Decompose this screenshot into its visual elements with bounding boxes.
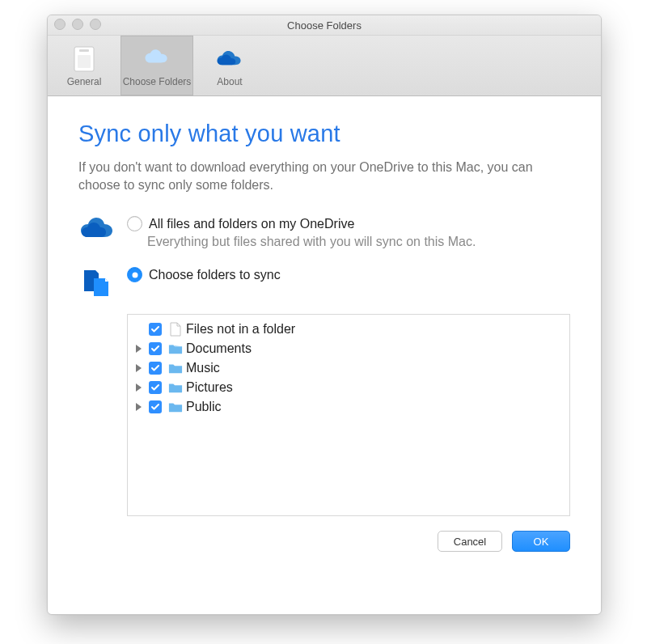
- tab-general-label: General: [67, 76, 102, 87]
- content-pane: Sync only what you want If you don't wan…: [48, 96, 601, 614]
- checkbox-pictures[interactable]: [149, 381, 162, 394]
- tree-row-public[interactable]: Public: [131, 397, 566, 417]
- cancel-button-label: Cancel: [454, 536, 486, 548]
- page-description: If you don't want to download everything…: [78, 159, 570, 193]
- folder-icon: [168, 362, 183, 375]
- tree-row-files-not-in-folder[interactable]: Files not in a folder: [131, 320, 566, 339]
- option-choose-row: Choose folders to sync: [78, 267, 570, 299]
- disclosure-triangle-icon[interactable]: [136, 345, 142, 353]
- window-title: Choose Folders: [287, 19, 362, 32]
- option-choose-radio-row[interactable]: Choose folders to sync: [127, 267, 570, 282]
- tree-row-music[interactable]: Music: [131, 358, 566, 378]
- radio-all-files[interactable]: [127, 216, 142, 231]
- checkbox-documents[interactable]: [149, 342, 162, 355]
- checkbox-files-not-in-folder[interactable]: [149, 323, 162, 336]
- folder-icon: [168, 400, 183, 413]
- svg-rect-1: [79, 49, 89, 52]
- cloud-folder-icon: [142, 44, 172, 74]
- ok-button-label: OK: [534, 536, 549, 548]
- window-controls: [54, 19, 101, 30]
- disclosure-triangle-icon[interactable]: [136, 364, 142, 372]
- disclosure-triangle-icon[interactable]: [136, 403, 142, 411]
- option-all-radio-row[interactable]: All files and folders on my OneDrive: [127, 216, 570, 231]
- option-all-row: All files and folders on my OneDrive Eve…: [78, 216, 570, 249]
- tab-choose-folders[interactable]: Choose Folders: [121, 36, 193, 95]
- tree-row-label: Pictures: [186, 380, 233, 395]
- checkbox-music[interactable]: [149, 362, 162, 375]
- folder-tree[interactable]: Files not in a folder Documents: [127, 314, 570, 516]
- option-all-label: All files and folders on my OneDrive: [149, 217, 354, 231]
- file-icon: [168, 322, 183, 337]
- svg-rect-2: [78, 55, 91, 68]
- cancel-button[interactable]: Cancel: [438, 531, 502, 552]
- preferences-window: Choose Folders General Choose Folders: [47, 15, 602, 615]
- tree-row-label: Documents: [186, 341, 252, 356]
- preferences-toolbar: General Choose Folders About: [48, 36, 601, 96]
- ok-button[interactable]: OK: [512, 531, 570, 552]
- general-icon: [69, 44, 99, 74]
- files-icon: [78, 267, 116, 299]
- tab-about-label: About: [217, 76, 242, 87]
- checkbox-public[interactable]: [149, 400, 162, 413]
- minimize-window-button[interactable]: [72, 19, 83, 30]
- option-all-description: Everything but files shared with you wil…: [147, 235, 570, 249]
- tree-row-pictures[interactable]: Pictures: [131, 378, 566, 397]
- option-choose-label: Choose folders to sync: [149, 268, 281, 282]
- tree-row-documents[interactable]: Documents: [131, 339, 566, 358]
- zoom-window-button[interactable]: [90, 19, 101, 30]
- tab-about[interactable]: About: [193, 36, 266, 95]
- onedrive-cloud-icon: [78, 216, 116, 242]
- radio-choose-folders[interactable]: [127, 267, 142, 282]
- onedrive-icon: [214, 44, 245, 74]
- folder-icon: [168, 381, 183, 394]
- tab-choose-folders-label: Choose Folders: [123, 76, 192, 87]
- tree-row-label: Music: [186, 361, 220, 375]
- disclosure-triangle-icon[interactable]: [136, 383, 142, 392]
- folder-icon: [168, 342, 183, 355]
- close-window-button[interactable]: [54, 19, 66, 30]
- tab-general[interactable]: General: [48, 36, 121, 95]
- tree-row-label: Public: [186, 400, 222, 414]
- page-headline: Sync only what you want: [78, 121, 570, 147]
- titlebar: Choose Folders: [48, 15, 601, 36]
- tree-row-label: Files not in a folder: [186, 322, 295, 337]
- dialog-footer: Cancel OK: [78, 516, 570, 553]
